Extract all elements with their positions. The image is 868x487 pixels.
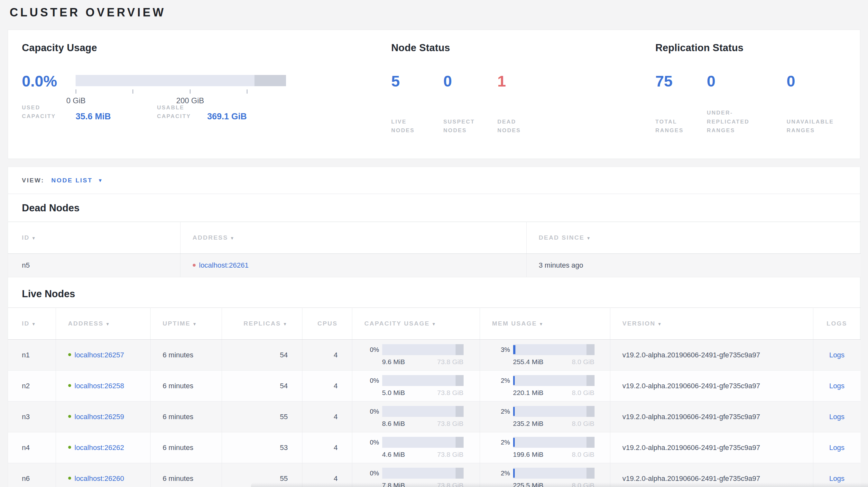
node-id-cell: n5 — [8, 254, 180, 277]
memory-percent: 2% — [501, 408, 513, 415]
capacity-used: 8.6 MiB — [382, 420, 405, 427]
logs-link[interactable]: Logs — [829, 413, 844, 421]
column-header-id[interactable]: ID▼ — [8, 308, 56, 340]
node-address-link[interactable]: localhost:26261 — [199, 261, 249, 269]
live-nodes-label: LIVE NODES — [391, 118, 415, 135]
uptime-cell: 6 minutes — [150, 463, 222, 487]
uptime-cell: 6 minutes — [150, 432, 222, 463]
memory-bar — [513, 375, 594, 386]
node-address-link[interactable]: localhost:26262 — [75, 444, 124, 452]
capacity-bar — [382, 437, 464, 448]
node-address-link[interactable]: localhost:26257 — [75, 351, 124, 359]
axis-tick — [132, 90, 133, 94]
sort-arrow-icon: ▼ — [230, 236, 235, 240]
replicas-cell: 55 — [222, 401, 302, 432]
sort-arrow-icon: ▼ — [192, 322, 197, 326]
mem-usage-cell: 2% 235.2 MiB8.0 GiB — [480, 401, 610, 432]
capacity-bar — [382, 344, 464, 355]
logs-link[interactable]: Logs — [829, 351, 844, 359]
cpus-cell: 4 — [302, 340, 352, 370]
column-header-mem-usage[interactable]: MEM USAGE▼ — [480, 308, 610, 340]
node-address-link[interactable]: localhost:26260 — [75, 475, 124, 483]
sort-arrow-icon: ▼ — [587, 236, 591, 240]
capacity-used: 5.0 MiB — [382, 389, 405, 397]
capacity-usage-cell: 0% 9.6 MiB73.8 GiB — [352, 340, 480, 370]
capacity-percent: 0% — [370, 408, 382, 415]
sort-arrow-icon: ▼ — [432, 322, 437, 326]
dead-nodes-header-row: ID▼ ADDRESS▼ DEAD SINCE▼ — [8, 222, 861, 254]
replicas-cell: 54 — [222, 370, 302, 401]
live-status-dot-icon — [68, 415, 71, 418]
column-header-id[interactable]: ID▼ — [8, 222, 180, 254]
cpus-cell: 4 — [302, 370, 352, 401]
view-mode-selected[interactable]: NODE LIST — [52, 177, 93, 184]
view-mode-dropdown[interactable]: NODE LIST ▼ — [52, 177, 103, 184]
column-header-cpus[interactable]: CPUS — [302, 308, 352, 340]
logs-cell: Logs — [813, 401, 861, 432]
column-header-version[interactable]: VERSION▼ — [610, 308, 813, 340]
logs-link[interactable]: Logs — [829, 475, 844, 483]
node-address-cell: localhost:26262 — [56, 432, 150, 463]
axis-tick-label: 0 GiB — [57, 96, 95, 105]
table-row: n4 localhost:26262 6 minutes 53 4 0% 4.6… — [8, 432, 861, 463]
column-header-uptime[interactable]: UPTIME▼ — [150, 308, 222, 340]
node-address-link[interactable]: localhost:26258 — [75, 382, 124, 390]
memory-used: 220.1 MiB — [513, 389, 544, 397]
capacity-usage-cell: 0% 5.0 MiB73.8 GiB — [352, 370, 480, 401]
memory-total: 8.0 GiB — [572, 451, 594, 458]
axis-tick — [75, 90, 76, 94]
node-id-cell: n1 — [8, 340, 56, 370]
memory-bar — [513, 468, 594, 479]
version-cell: v19.2.0-alpha.20190606-2491-gfe735c9a97 — [610, 401, 813, 432]
capacity-bar — [382, 375, 464, 386]
capacity-usage-section: Capacity Usage 0.0% 0 GiB 200 GiB — [22, 42, 391, 159]
live-nodes-table: ID▼ ADDRESS▼ UPTIME▼ REPLICAS▼ CPUS CAPA… — [8, 307, 861, 487]
cluster-overview-page: CLUSTER OVERVIEW Capacity Usage 0.0% 0 G… — [0, 0, 868, 487]
total-ranges-count: 75 — [655, 75, 707, 95]
logs-link[interactable]: Logs — [829, 444, 844, 452]
node-id-cell: n2 — [8, 370, 56, 401]
version-cell: v19.2.0-alpha.20190606-2491-gfe735c9a97 — [610, 432, 813, 463]
sort-arrow-icon: ▼ — [539, 322, 544, 326]
total-ranges-stat: 75 TOTAL RANGES — [655, 75, 707, 135]
page-title: CLUSTER OVERVIEW — [8, 6, 860, 19]
column-header-address[interactable]: ADDRESS▼ — [56, 308, 150, 340]
column-header-dead-since[interactable]: DEAD SINCE▼ — [526, 222, 861, 254]
memory-bar — [513, 344, 594, 355]
total-ranges-label: TOTAL RANGES — [655, 118, 684, 135]
live-status-dot-icon — [68, 353, 71, 356]
live-status-dot-icon — [68, 477, 71, 480]
live-status-dot-icon — [68, 384, 71, 387]
sort-arrow-icon: ▼ — [658, 322, 662, 326]
replication-status-section: Replication Status 75 TOTAL RANGES 0 UND… — [655, 42, 860, 159]
node-address-link[interactable]: localhost:26259 — [75, 413, 124, 421]
unavailable-ranges-label: UNAVAILABLE RANGES — [786, 118, 834, 135]
node-id-cell: n4 — [8, 432, 56, 463]
column-header-address[interactable]: ADDRESS▼ — [180, 222, 526, 254]
column-header-capacity-usage[interactable]: CAPACITY USAGE▼ — [352, 308, 480, 340]
dead-nodes-table: ID▼ ADDRESS▼ DEAD SINCE▼ n5 localhost:26… — [8, 222, 861, 277]
sort-arrow-icon: ▼ — [32, 236, 36, 240]
version-cell: v19.2.0-alpha.20190606-2491-gfe735c9a97 — [610, 340, 813, 370]
dead-since-cell: 3 minutes ago — [526, 254, 861, 277]
suspect-nodes-label: SUSPECT NODES — [443, 118, 475, 135]
memory-used: 235.2 MiB — [513, 420, 544, 427]
capacity-total: 73.8 GiB — [437, 451, 464, 458]
column-header-replicas[interactable]: REPLICAS▼ — [222, 308, 302, 340]
node-address-cell: localhost:26260 — [56, 463, 150, 487]
under-replicated-ranges-label: UNDER- REPLICATED RANGES — [707, 108, 749, 135]
unavailable-ranges-count: 0 — [786, 75, 834, 95]
axis-tick — [190, 90, 190, 94]
dead-status-dot-icon — [193, 264, 196, 267]
memory-bar — [513, 406, 594, 417]
suspect-nodes-count: 0 — [443, 75, 497, 95]
memory-total: 8.0 GiB — [572, 389, 594, 397]
under-replicated-ranges-count: 0 — [707, 75, 786, 95]
logs-link[interactable]: Logs — [829, 382, 844, 390]
capacity-total: 73.8 GiB — [437, 358, 464, 366]
logs-cell: Logs — [813, 340, 861, 370]
under-replicated-ranges-stat: 0 UNDER- REPLICATED RANGES — [707, 75, 786, 135]
capacity-percent: 0% — [370, 469, 382, 477]
capacity-usage-bar: 0 GiB 200 GiB — [75, 75, 286, 86]
capacity-usage-cell: 0% 8.6 MiB73.8 GiB — [352, 401, 480, 432]
